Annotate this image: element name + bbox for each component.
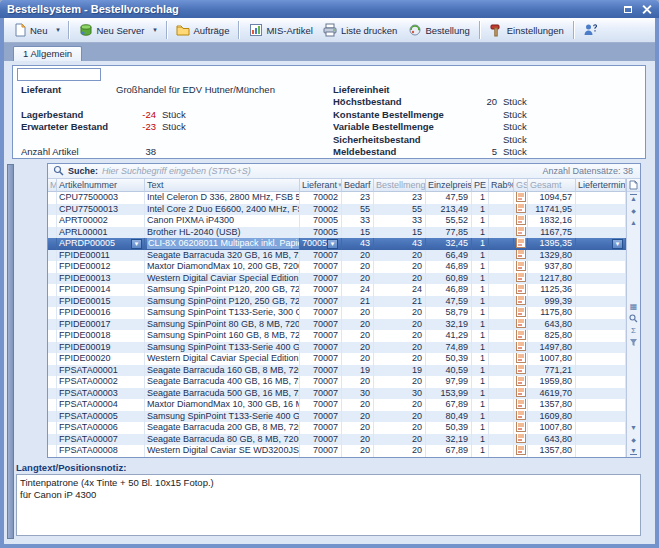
toolbar-button-hilfe[interactable] [578,20,603,40]
grid-row[interactable]: FPIDE00011Seagate Barracuda 320 GB, 16 M… [48,250,626,262]
filter-icon[interactable] [627,337,640,349]
cell-value: Western Digital Caviar SE WD3200JS, 320 … [147,445,300,456]
scroll-up-button[interactable] [627,216,640,228]
column-header-lieferant[interactable]: Lieferant▼ [300,179,342,192]
grid-row[interactable]: FPIDE00016Samsung SpinPoint T133-Serie, … [48,307,626,319]
gs-icon[interactable] [516,342,526,354]
grid-row[interactable]: FPIDE00019Samsung SpinPoint T133-Serie 4… [48,342,626,354]
grid-row[interactable]: APRT00002Canon PIXMA iP430070005333355,5… [48,215,626,227]
cell-value: Maxtor DiamondMax 10, 300 GB, 16 MB, 720… [147,399,300,410]
gs-icon[interactable] [516,227,526,239]
restore-button[interactable] [621,3,635,16]
sum-icon[interactable] [627,325,640,337]
close-button[interactable] [639,3,653,16]
gs-icon[interactable] [516,376,526,388]
grid-row[interactable]: FPSATA00001Seagate Barracuda 160 GB, 8 M… [48,365,626,377]
cell-value: Seagate Barracuda 200 GB, 8 MB, 7200, NC… [147,422,300,433]
scroll-to-bottom-button[interactable] [627,445,640,457]
column-header-menge[interactable]: Bestellmenge [374,179,426,192]
gs-icon[interactable] [516,284,526,296]
gs-icon[interactable] [516,215,526,227]
gs-icon[interactable] [516,319,526,331]
gs-icon[interactable] [516,261,526,273]
column-header-gesamt[interactable]: Gesamt [528,179,576,192]
grid-row[interactable]: FPSATA00003Seagate Barracuda 500 GB, 16 … [48,388,626,400]
cell-value: 4619,70 [539,388,572,399]
toolbar-dropdown-neu[interactable]: ▾ [52,20,63,40]
toolbar-button-label: Aufträge [194,25,230,36]
grid-scrollbar[interactable] [626,179,640,457]
vertical-splitter[interactable] [7,164,14,539]
gs-icon[interactable] [516,250,526,262]
grid-row[interactable]: FPSATA00002Seagate Barracuda 400 GB, 16 … [48,376,626,388]
grid-row[interactable]: FPSATA00007Seagate Barracuda 80 GB, 8 MB… [48,434,626,446]
gs-icon[interactable] [516,296,526,308]
toolbar-button-neu-server[interactable]: Neu Server [73,20,149,40]
grid-body: MArtikelnummerTextLieferant▼BedarfBestel… [48,179,640,457]
gs-icon[interactable] [516,445,526,457]
termin-dropdown[interactable]: ▼ [612,239,623,249]
column-header-m[interactable]: M [48,179,57,192]
gs-icon[interactable] [516,411,526,423]
lieferant-dropdown[interactable]: ▼ [327,239,338,249]
cell-nr: FPSATA00002 [57,376,145,388]
gs-icon[interactable] [516,365,526,377]
grid-search-icon[interactable] [627,313,640,325]
grid-row[interactable]: FPIDE00013Western Digital Caviar Special… [48,273,626,285]
toolbar-button-einstellungen[interactable]: Einstellungen [484,20,569,40]
grid-row[interactable]: FPSATA00006Seagate Barracuda 200 GB, 8 M… [48,422,626,434]
filter-input[interactable] [17,68,101,81]
grid-row[interactable]: CPU77500003Intel Celeron D 336, 2800 MHz… [48,192,626,204]
grid-row[interactable]: FPIDE00020Western Digital Caviar Special… [48,353,626,365]
grid-row[interactable]: APRDP00005▼CLI-8X 06208011 Multipack ink… [48,238,626,250]
grid-row[interactable]: CPU77500013Intel Core 2 Duo E6600, 2400 … [48,204,626,216]
grid-row[interactable]: APRL00001Brother HL-2040 (USB)7000515157… [48,227,626,239]
summary-panel: LieferantGroßhandel für EDV Hutner/Münch… [12,65,646,159]
toolbar-button-bestellung[interactable]: Bestellung [402,20,474,40]
column-header-nr[interactable]: Artikelnummer [57,179,145,192]
scroll-to-top-button[interactable] [627,192,640,204]
titlebar[interactable]: Bestellsystem - Bestellvorschlag [0,0,659,18]
column-header-bedarf[interactable]: Bedarf [342,179,374,192]
grid-row[interactable]: FPIDE00014Samsung SpinPoint P120, 200 GB… [48,284,626,296]
gs-icon[interactable] [516,353,526,365]
grid-row[interactable]: FPIDE00015Samsung SpinPoint P120, 250 GB… [48,296,626,308]
toolbar-button-neu[interactable]: Neu [7,20,52,40]
nr-dropdown[interactable]: ▼ [131,239,142,249]
gs-icon[interactable] [516,192,526,204]
gs-icon[interactable] [516,422,526,434]
scroll-marker-top[interactable] [627,204,640,216]
cell-gs [514,307,528,319]
column-header-termin[interactable]: Liefertermin [576,179,626,192]
grid-row[interactable]: FPSATA00008Western Digital Caviar SE WD3… [48,445,626,457]
toolbar-button-auftraege[interactable]: Aufträge [171,20,235,40]
gs-icon[interactable] [516,204,526,216]
grid-view-icon[interactable] [627,301,640,313]
scroll-down-button[interactable] [627,421,640,433]
column-header-gs[interactable]: GS [514,179,528,192]
column-header-text[interactable]: Text [145,179,300,192]
column-header-preis[interactable]: Einzelpreis [426,179,472,192]
note-textarea[interactable]: Tintenpatrone (4x Tinte + 50 Bl. 10x15 F… [16,474,641,536]
grid-row[interactable]: FPIDE00018Samsung SpinPoint 160 GB, 8 MB… [48,330,626,342]
grid-row[interactable]: FPSATA00005Samsung SpinPoint T133-Serie … [48,411,626,423]
grid-row[interactable]: FPIDE00012Maxtor DiamondMax 10, 200 GB, … [48,261,626,273]
gs-icon[interactable] [516,388,526,400]
scroll-marker-bottom[interactable] [627,433,640,445]
gs-icon[interactable] [516,330,526,342]
gs-icon[interactable] [516,273,526,285]
toolbar-button-mis-artikel[interactable]: MIS-Artikel [243,20,317,40]
toolbar-button-liste-drucken[interactable]: Liste drucken [318,20,403,40]
grid-row[interactable]: FPSATA00004Maxtor DiamondMax 10, 300 GB,… [48,399,626,411]
tab-allgemein[interactable]: 1 Allgemein [13,46,82,61]
toolbar-dropdown-neu-server[interactable]: ▾ [150,20,161,40]
gs-icon[interactable] [516,399,526,411]
search-input[interactable] [102,166,538,176]
grid-row[interactable]: FPIDE00017Samsung SpinPoint 80 GB, 8 MB,… [48,319,626,331]
column-header-pe[interactable]: PE [472,179,489,192]
column-header-rab[interactable]: Rab% [489,179,514,192]
gs-icon[interactable] [516,307,526,319]
gs-icon[interactable] [516,434,526,446]
column-chooser-icon[interactable] [627,179,640,192]
gs-icon[interactable] [516,238,526,250]
